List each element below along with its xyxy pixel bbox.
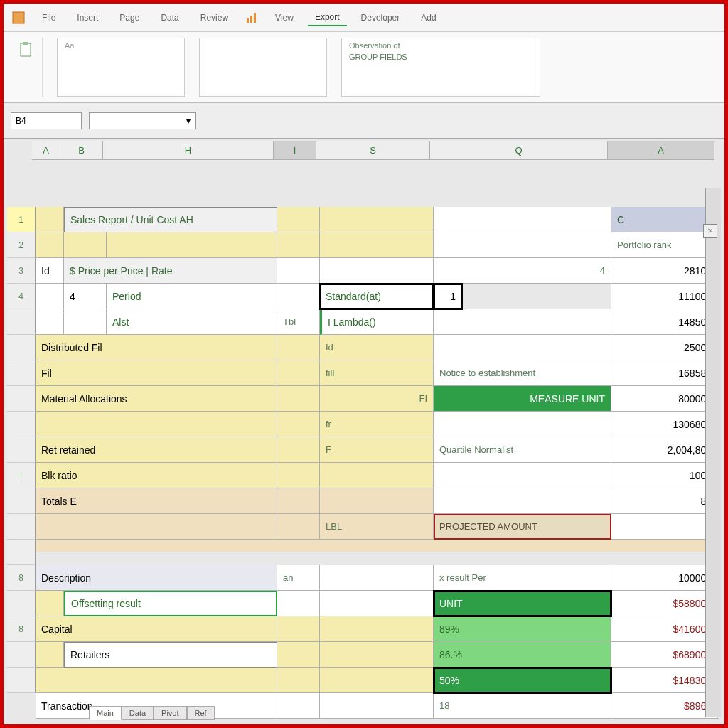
cell-pct3[interactable]: 50% (434, 668, 611, 693)
vertical-scrollbar[interactable] (705, 188, 721, 717)
cell-totals[interactable]: Totals E (36, 488, 277, 514)
sheet-tab-pivot[interactable]: Pivot (154, 706, 186, 720)
paste-icon[interactable] (16, 41, 35, 59)
cell-r9-s[interactable]: fr (320, 412, 434, 437)
cell-r2-b[interactable] (64, 232, 107, 258)
row-15[interactable]: 8 (7, 565, 36, 591)
cell-v4[interactable]: 25000 (611, 335, 718, 360)
cell-v2[interactable]: 111000 (611, 284, 718, 309)
cell-fi[interactable]: FI (320, 386, 434, 412)
row-4[interactable]: 4 (7, 284, 36, 309)
cell-r9[interactable] (36, 412, 277, 437)
cell-r11-s[interactable] (320, 463, 434, 488)
col-s[interactable]: S (316, 141, 430, 160)
cell-retained[interactable]: Ret retained (36, 437, 277, 463)
cell-period[interactable]: Period (107, 284, 277, 309)
row-17[interactable]: 8 (7, 616, 36, 642)
cell-pct1[interactable]: 89% (434, 616, 611, 642)
cell-material[interactable]: Material Allocations (36, 386, 277, 412)
cell-title-s[interactable] (320, 207, 434, 232)
cell-r19-s[interactable] (320, 693, 434, 719)
cell-r17-i[interactable] (277, 642, 320, 668)
cell-v5[interactable]: 168580 (611, 360, 718, 386)
cell-result-per[interactable]: x result Per (434, 565, 611, 591)
cell-spacer[interactable] (36, 540, 718, 552)
cell-v11[interactable]: 100000 (611, 565, 718, 591)
cell-retailers[interactable]: Retailers (64, 642, 277, 668)
row-6[interactable] (7, 335, 36, 360)
cell-r13-v[interactable] (611, 514, 718, 540)
cell-r13-i[interactable] (277, 514, 320, 540)
tab-page[interactable]: Page (112, 10, 146, 26)
cell-title-a[interactable] (36, 207, 64, 232)
cell-r12-s[interactable] (320, 488, 434, 514)
cell-r18-i[interactable] (277, 668, 320, 693)
cell-v13[interactable]: $416000 (611, 616, 718, 642)
tab-view[interactable]: View (268, 10, 301, 26)
cell-r9-q[interactable] (434, 412, 611, 437)
row-13[interactable] (7, 514, 36, 540)
cell-measure[interactable]: MEASURE UNIT (434, 386, 611, 412)
cell-portfolio[interactable]: Portfolio rank (611, 232, 718, 258)
cell-r5-q[interactable] (434, 309, 611, 335)
cell-r6-i[interactable] (277, 335, 320, 360)
row-9[interactable] (7, 412, 36, 437)
cell-r5-a[interactable] (36, 309, 64, 335)
row-12[interactable] (7, 488, 36, 514)
cell-r7-label[interactable]: Fil (36, 360, 277, 386)
cell-r7-i[interactable] (277, 360, 320, 386)
row-1[interactable]: 1 (7, 207, 36, 232)
row-18[interactable] (7, 642, 36, 668)
cell-r18-s[interactable] (320, 668, 434, 693)
tab-review[interactable]: Review (193, 10, 235, 26)
cell-r7-s[interactable]: fill (320, 360, 434, 386)
cell-notice[interactable]: Notice to establishment (434, 360, 611, 386)
cell-pct2[interactable]: 86.% (434, 642, 611, 668)
name-box[interactable] (11, 112, 82, 129)
cell-r16-s[interactable] (320, 616, 434, 642)
sheet-tab-ref[interactable]: Ref (187, 706, 215, 720)
cell-style-dropdown[interactable]: ▾ (89, 112, 196, 129)
cell-r6-q[interactable] (434, 335, 611, 360)
cell-r3-s[interactable] (320, 258, 434, 284)
cell-r2-a[interactable] (36, 232, 64, 258)
close-icon[interactable]: × (703, 224, 717, 238)
cell-r15-i[interactable] (277, 591, 320, 616)
col-q[interactable]: Q (430, 141, 608, 160)
sheet-tab-main[interactable]: Main (89, 706, 122, 720)
cell-v9[interactable]: 1000 (611, 463, 718, 488)
cell-r8-i[interactable] (277, 386, 320, 412)
cell-v16[interactable]: $8960 (611, 693, 718, 719)
cell-v15[interactable]: $148300 (611, 668, 718, 693)
row-10[interactable] (7, 437, 36, 463)
sheet-tab-data[interactable]: Data (122, 706, 154, 720)
cell-c-header[interactable]: C (611, 207, 718, 232)
cell-r12-i[interactable] (277, 488, 320, 514)
col-b[interactable]: B (60, 141, 103, 160)
row-5[interactable] (7, 309, 36, 335)
tab-insert[interactable]: Insert (70, 10, 105, 26)
col-a[interactable]: A (32, 141, 60, 160)
cell-r12-q[interactable] (434, 488, 611, 514)
cell-r3-a[interactable]: Id (36, 258, 64, 284)
row-2[interactable]: 2 (7, 232, 36, 258)
cell-r2-h[interactable] (107, 232, 277, 258)
cell-last[interactable]: 18 (434, 693, 611, 719)
cell-r5-b[interactable] (64, 309, 107, 335)
cell-unit[interactable]: UNIT (434, 591, 611, 616)
row-7[interactable] (7, 360, 36, 386)
cell-r9-i[interactable] (277, 412, 320, 437)
cell-title[interactable]: Sales Report / Unit Cost AH (64, 207, 277, 232)
col-a2[interactable]: A (608, 141, 714, 160)
row-3[interactable]: 3 (7, 258, 36, 284)
cell-lambda[interactable]: I Lambda() (320, 309, 434, 335)
cell-v12[interactable]: $588000 (611, 591, 718, 616)
cell-quartile[interactable]: Quartile Normalist (434, 437, 611, 463)
cell-r4-b[interactable]: 4 (64, 284, 107, 309)
cell-r17-s[interactable] (320, 642, 434, 668)
tab-data[interactable]: Data (154, 10, 186, 26)
cell-r18[interactable] (36, 668, 277, 693)
cell-r15-a[interactable] (36, 591, 64, 616)
cell-price-label[interactable]: $ Price per Price | Rate (64, 258, 277, 284)
cell-description[interactable]: Description (36, 565, 277, 591)
